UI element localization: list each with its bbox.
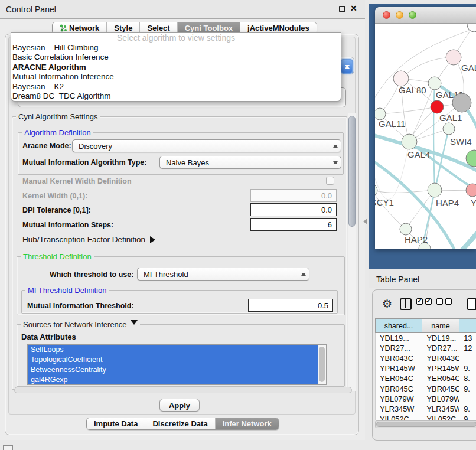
manual-kernel-checkbox[interactable] [326,177,334,185]
table-row[interactable]: YER054CYER054C8. [376,373,476,383]
gear-icon[interactable]: ⚙ [382,298,392,310]
table-row[interactable]: YDR27...YDR27...12 [376,343,476,353]
mi-type-combo[interactable]: Naive Bayes [159,156,341,169]
collapsed-panel-icon[interactable] [3,445,13,450]
cyni-tab-infer-network[interactable]: Infer Network [215,418,279,429]
algorithm-option[interactable]: Bayesian – Hill Climbing [11,43,341,53]
network-node[interactable] [393,71,409,86]
mi-steps-input[interactable]: 6 [250,218,337,231]
algorithm-option[interactable]: Bayesian – K2 [11,82,341,92]
table-cell: 8. [459,373,476,383]
attributes-scrollbar-thumb[interactable] [319,347,325,382]
deselect-all-checkboxes-icon[interactable] [436,298,452,305]
network-node[interactable] [428,183,442,197]
float-window-icon[interactable] [339,6,345,12]
table-row[interactable]: YDL19...YDL19...13 [376,333,476,343]
data-attribute-item[interactable]: BetweennessCentrality [28,365,326,375]
table-hscrollbar-thumb[interactable] [376,422,476,427]
table-panel-title: Table Panel [376,275,419,284]
algorithm-option[interactable]: Mutual Information Inference [11,72,341,81]
data-attributes-list[interactable]: SelfLoopsTopologicalCoefficientBetweenne… [27,344,327,385]
table-hscrollbar[interactable] [375,420,476,428]
table-cell: 9. [459,363,476,373]
close-icon[interactable]: ✕ [350,4,357,13]
data-attribute-item[interactable]: TopologicalCoefficient [28,355,326,365]
network-node[interactable] [375,184,377,196]
cyni-tab-discretize-data[interactable]: Discretize Data [145,418,214,429]
select-all-checkboxes-icon[interactable] [416,298,432,305]
minimize-traffic-light-icon[interactable] [396,11,403,19]
table-column-header[interactable]: shared... [375,318,422,333]
network-node[interactable] [466,184,476,197]
table-cell [459,394,476,404]
cyni-tab-label: Infer Network [223,419,272,428]
network-window-titlebar[interactable] [375,7,476,24]
document-icon[interactable] [467,298,476,310]
network-node[interactable] [446,50,461,65]
table-cell: 9. [459,404,476,414]
table-row[interactable]: YLR345WYLR345W9. [376,404,476,414]
network-node-label: Y [471,198,476,208]
tab-label: Network [69,24,99,32]
mi-threshold-input[interactable]: 0.5 [248,299,333,312]
network-view-window[interactable]: GALGAL80GAL10GAL1GAL11SWI4GAL4GCY1HAP4YH… [375,7,476,249]
table-cell: YPR145W [376,363,423,373]
network-node[interactable] [428,77,441,90]
aracne-mode-combo[interactable]: Discovery [72,139,341,152]
network-node[interactable] [431,100,444,113]
cyni-tab-label: Discretize Data [152,419,207,428]
network-node-label: GAL [461,63,476,73]
table-row[interactable]: YBR045CYBR045C9. [376,383,476,393]
network-canvas[interactable]: GALGAL80GAL10GAL1GAL11SWI4GAL4GCY1HAP4YH… [375,24,476,249]
mi-type-label: Mutual Information Algorithm Type: [22,158,146,167]
table-cell: YBR045C [376,383,423,393]
table-cell: YLR345W [376,404,423,414]
table-row[interactable]: YIL052CYIL052C9. [376,414,476,420]
table-cell: YER054C [423,373,460,383]
zoom-traffic-light-icon[interactable] [409,11,416,19]
table-cell: 9. [459,414,476,420]
threshold-definition-title: Threshold Definition [21,252,94,261]
network-node[interactable] [452,93,471,112]
table-column-header[interactable]: name [422,318,459,333]
table-row[interactable]: YPR145WYPR145W9. [376,363,476,373]
data-attribute-item[interactable]: SelfLoops [28,345,326,355]
combo-stepper-focused[interactable] [340,59,353,74]
kernel-width-input[interactable]: 0.0 [250,189,337,202]
dpi-tolerance-input[interactable]: 0.0 [250,203,337,216]
columns-icon[interactable] [400,298,412,310]
sources-title-label: Sources for Network Inference [23,320,127,329]
apply-button[interactable]: Apply [159,399,200,412]
sources-title[interactable]: Sources for Network Inference [21,320,140,329]
kernel-width-label: Kernel Width (0,1): [22,192,87,200]
table-column-header[interactable] [459,318,476,333]
data-attribute-item[interactable]: gal4RGexp [28,375,326,385]
algorithm-option[interactable]: Dream8 DC_TDC Algorithm [11,92,341,101]
network-node[interactable] [375,108,386,120]
settings-hscrollbar[interactable] [14,387,352,393]
which-threshold-combo[interactable]: MI Threshold [137,268,309,281]
table-cell: YLR345W [423,404,460,414]
algorithm-option[interactable]: Basic Correlation Inference [11,53,341,62]
cyni-tab-impute-data[interactable]: Impute Data [87,418,145,429]
algorithm-dropdown-list: Select algorithm to view settings Bayesi… [11,32,341,102]
network-icon [60,24,67,32]
network-node-label: GAL80 [399,85,426,95]
network-node[interactable] [400,223,412,235]
expand-down-icon [131,320,138,328]
algorithm-option[interactable]: ARACNE Algorithm [11,63,341,72]
close-traffic-light-icon[interactable] [383,11,390,19]
table-row[interactable]: YBL079WYBL079W [376,394,476,404]
table-header-row: shared...name [375,318,476,333]
hub-definition-toggle[interactable]: Hub/Transcription Factor Definition [22,235,159,244]
cyni-tab-label: Impute Data [94,419,138,428]
hub-definition-label: Hub/Transcription Factor Definition [22,235,145,244]
network-node[interactable] [402,134,417,149]
table-cell: YBL079W [376,394,423,404]
table-row[interactable]: YBR043CYBR043C [376,353,476,363]
settings-scrollbar-thumb[interactable] [348,116,356,227]
splitter-collapse-icon[interactable] [360,219,367,224]
network-node[interactable] [443,123,455,135]
table-cell: YBR045C [423,383,460,393]
table-cell [459,353,476,363]
